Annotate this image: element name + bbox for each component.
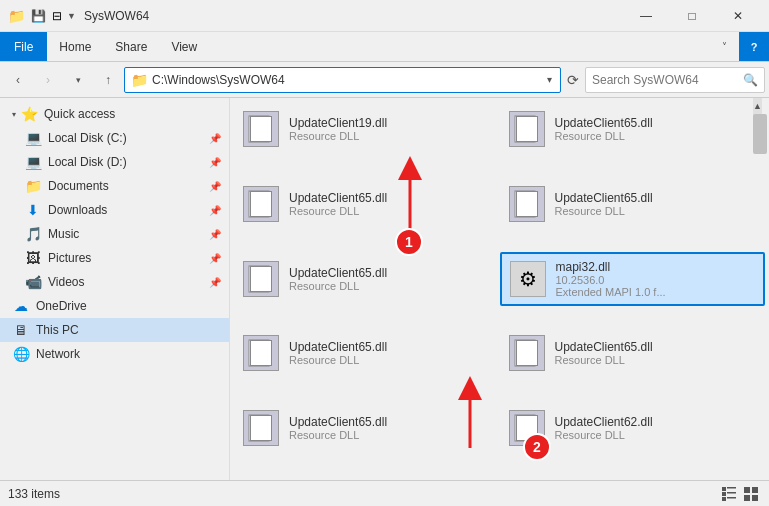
- share-tab[interactable]: Share: [103, 32, 159, 61]
- sidebar-label-network: Network: [36, 347, 221, 361]
- pin-icon-d: 📌: [209, 157, 221, 168]
- svg-marker-11: [263, 191, 269, 197]
- file-info: UpdateClient65.dll Resource DLL: [289, 415, 387, 441]
- scrollbar-up-button[interactable]: ▲: [753, 98, 762, 114]
- sidebar-item-music[interactable]: 🎵 Music 📌: [0, 222, 229, 246]
- onedrive-icon: ☁: [12, 297, 30, 315]
- file-name: UpdateClient65.dll: [289, 415, 387, 429]
- dll-icon: [243, 186, 279, 222]
- svg-rect-23: [252, 280, 264, 282]
- back-button[interactable]: ‹: [4, 66, 32, 94]
- search-input[interactable]: [592, 73, 743, 87]
- svg-rect-52: [727, 497, 736, 499]
- svg-rect-7: [518, 126, 530, 128]
- close-button[interactable]: ✕: [715, 0, 761, 32]
- file-item-mapi32[interactable]: ⚙ mapi32.dll 10.2536.0 Extended MAPI 1.0…: [500, 252, 766, 306]
- svg-rect-54: [752, 487, 758, 493]
- svg-rect-25: [249, 340, 269, 366]
- svg-rect-2: [252, 126, 264, 128]
- view-tab[interactable]: View: [159, 32, 209, 61]
- file-item[interactable]: UpdateClient19.dll Resource DLL: [234, 102, 500, 156]
- file-item[interactable]: UpdateClient65.dll Resource DLL: [500, 177, 766, 231]
- file-name: UpdateClient65.dll: [555, 191, 653, 205]
- svg-rect-43: [518, 429, 530, 431]
- refresh-button[interactable]: ⟳: [563, 72, 583, 88]
- file-item[interactable]: UpdateClient65.dll Resource DLL: [500, 326, 766, 380]
- help-icon[interactable]: ?: [739, 32, 769, 61]
- sidebar-item-pictures[interactable]: 🖼 Pictures 📌: [0, 246, 229, 270]
- dll-icon: [243, 261, 279, 297]
- pictures-icon: 🖼: [24, 249, 42, 267]
- sidebar-item-videos[interactable]: 📹 Videos 📌: [0, 270, 229, 294]
- svg-rect-14: [252, 209, 260, 211]
- file-item[interactable]: UpdateClient65.dll Resource DLL: [234, 177, 500, 231]
- address-path-container[interactable]: 📁 C:\Windows\SysWOW64 ▾: [124, 67, 561, 93]
- ribbon-collapse-icon[interactable]: ˅: [709, 32, 739, 61]
- path-folder-icon: 📁: [131, 72, 148, 88]
- sidebar-item-quick-access[interactable]: ▾ ⭐ Quick access: [0, 102, 229, 126]
- svg-rect-10: [249, 191, 269, 217]
- sidebar-item-this-pc[interactable]: 🖥 This PC: [0, 318, 229, 342]
- svg-marker-31: [529, 340, 535, 346]
- pin-icon-dl: 📌: [209, 205, 221, 216]
- file-thumbnail: [241, 408, 281, 448]
- local-c-icon: 💻: [24, 129, 42, 147]
- file-info-mapi32: mapi32.dll 10.2536.0 Extended MAPI 1.0 f…: [556, 260, 666, 298]
- svg-rect-55: [744, 495, 750, 501]
- search-icon[interactable]: 🔍: [743, 73, 758, 87]
- home-tab[interactable]: Home: [47, 32, 103, 61]
- status-bar: 133 items: [0, 480, 769, 506]
- file-name: UpdateClient65.dll: [555, 116, 653, 130]
- file-info: UpdateClient19.dll Resource DLL: [289, 116, 387, 142]
- network-icon: 🌐: [12, 345, 30, 363]
- pin-icon-music: 📌: [209, 229, 221, 240]
- file-tab[interactable]: File: [0, 32, 47, 61]
- svg-rect-3: [252, 130, 264, 132]
- svg-rect-8: [518, 130, 530, 132]
- recent-locations-button[interactable]: ▾: [64, 66, 92, 94]
- videos-icon: 📹: [24, 273, 42, 291]
- file-item[interactable]: UpdateClient65.dll Resource DLL: [234, 252, 500, 306]
- view-details-button[interactable]: [719, 484, 739, 504]
- svg-rect-4: [252, 134, 260, 136]
- title-bar-icons: 📁 💾 ⊟ ▼: [8, 8, 76, 24]
- sidebar-item-documents[interactable]: 📁 Documents 📌: [0, 174, 229, 198]
- file-type: Resource DLL: [289, 354, 387, 366]
- svg-marker-6: [529, 116, 535, 122]
- title-bar: 📁 💾 ⊟ ▼ SysWOW64 — □ ✕: [0, 0, 769, 32]
- address-path: C:\Windows\SysWOW64: [152, 73, 545, 87]
- file-thumbnail-mapi32: ⚙: [508, 259, 548, 299]
- pin-icon: 📌: [209, 133, 221, 144]
- file-item[interactable]: UpdateClient65.dll Resource DLL: [234, 326, 500, 380]
- sidebar-item-onedrive[interactable]: ☁ OneDrive: [0, 294, 229, 318]
- sidebar-item-network[interactable]: 🌐 Network: [0, 342, 229, 366]
- file-item[interactable]: UpdateClient65.dll Resource DLL: [500, 102, 766, 156]
- file-name: UpdateClient65.dll: [289, 266, 387, 280]
- minimize-button[interactable]: —: [623, 0, 669, 32]
- gear-dll-icon: ⚙: [510, 261, 546, 297]
- svg-rect-33: [518, 354, 530, 356]
- dll-icon: [509, 410, 545, 446]
- sidebar-label-videos: Videos: [48, 275, 205, 289]
- sidebar-item-downloads[interactable]: ⬇ Downloads 📌: [0, 198, 229, 222]
- svg-rect-48: [727, 487, 736, 489]
- svg-rect-30: [515, 340, 535, 366]
- forward-button[interactable]: ›: [34, 66, 62, 94]
- sidebar-item-local-c[interactable]: 💻 Local Disk (C:) 📌: [0, 126, 229, 150]
- svg-rect-0: [249, 116, 269, 142]
- file-description: Extended MAPI 1.0 f...: [556, 286, 666, 298]
- file-info: UpdateClient65.dll Resource DLL: [289, 266, 387, 292]
- scrollbar-thumb[interactable]: [753, 114, 767, 154]
- file-thumbnail: [241, 109, 281, 149]
- file-type: Resource DLL: [289, 280, 387, 292]
- view-list-button[interactable]: [741, 484, 761, 504]
- svg-rect-32: [518, 350, 530, 352]
- file-item[interactable]: UpdateClient65.dll Resource DLL: [234, 401, 500, 455]
- up-button[interactable]: ↑: [94, 66, 122, 94]
- sidebar-label-quick-access: Quick access: [44, 107, 221, 121]
- maximize-button[interactable]: □: [669, 0, 715, 32]
- address-dropdown-button[interactable]: ▾: [545, 74, 554, 85]
- scrollbar: ▲ ▼: [753, 98, 769, 480]
- file-item[interactable]: UpdateClient62.dll Resource DLL: [500, 401, 766, 455]
- sidebar-item-local-d[interactable]: 💻 Local Disk (D:) 📌: [0, 150, 229, 174]
